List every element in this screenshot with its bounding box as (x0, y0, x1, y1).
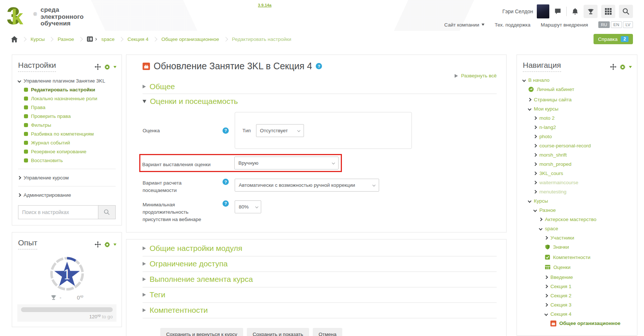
settings-tree-item[interactable]: Локально назначенные роли (24, 94, 116, 103)
navigation-tree-item[interactable]: Секция 2 (523, 291, 632, 300)
block-menu-caret-icon[interactable] (113, 244, 116, 246)
move-block-icon[interactable] (610, 64, 616, 70)
navigation-tree-item[interactable]: Актерское мастерство (523, 215, 632, 224)
navigation-tree-item[interactable]: morsh_shrift (523, 150, 632, 160)
apps-grid-button[interactable] (601, 5, 615, 18)
navigation-tree-item[interactable]: Секция 3 (523, 300, 632, 309)
settings-search-input[interactable] (18, 205, 98, 219)
logo[interactable]: 3k ® среда электронного обучения (7, 3, 84, 31)
navigation-tree-item[interactable]: waitermaincourse (523, 178, 632, 187)
move-block-icon[interactable] (95, 64, 101, 70)
home-icon[interactable] (11, 36, 18, 42)
language-button[interactable]: RU (598, 21, 610, 28)
collapsed-section-row[interactable]: Теги (143, 287, 497, 303)
version-link[interactable]: 3.9.14a (258, 3, 272, 31)
settings-group-administration[interactable]: Администрирование (18, 190, 116, 199)
triangle-right-icon (143, 85, 146, 88)
settings-tree-item[interactable]: Проверить права (24, 112, 116, 120)
user-name[interactable]: Гэри Селдон (502, 8, 533, 14)
section-grades-attendance[interactable]: Оценки и посещаемость (143, 94, 497, 108)
settings-group-plugin[interactable]: Управление плагином Занятие 3KL (18, 76, 116, 85)
language-button[interactable]: EN (611, 21, 622, 28)
help-icon[interactable]: ? (223, 200, 229, 207)
form-button[interactable]: Сохранить и показать (247, 328, 309, 336)
breadcrumb-link[interactable]: Курсы (31, 36, 45, 42)
navigation-tree-item[interactable]: Участники (523, 233, 632, 242)
navigation-tree-item[interactable]: morsh_proped (523, 160, 632, 169)
navigation-tree-item[interactable]: course-personal-record (523, 141, 632, 150)
block-menu-caret-icon[interactable] (113, 66, 116, 68)
breadcrumb-link[interactable]: Секция 4 (127, 36, 148, 42)
move-block-icon[interactable] (95, 241, 101, 248)
navigation-tree-item[interactable]: n-lang2 (523, 123, 632, 132)
implementation-route-link[interactable]: Маршрут внедрения (541, 22, 588, 28)
min-duration-select[interactable]: 80% (235, 200, 261, 213)
navigation-tree-item[interactable]: Введение (523, 273, 632, 282)
settings-tree-item[interactable]: Резервное копирование (24, 147, 116, 156)
collapsed-section-row[interactable]: Выполнение элемента курса (143, 272, 497, 287)
breadcrumb-link[interactable]: Редактировать настройки (232, 36, 291, 42)
settings-tree-item[interactable]: Журнал событий (24, 138, 116, 147)
language-button[interactable]: LV (623, 21, 633, 28)
help-icon[interactable]: ? (223, 179, 229, 185)
collapsed-section-row[interactable]: Ограничение доступа (143, 256, 497, 272)
search-button[interactable] (619, 5, 633, 18)
gear-icon[interactable] (104, 242, 110, 248)
logo-text: среда электронного обучения (41, 7, 84, 27)
navigation-tree-item[interactable]: Значки (523, 242, 632, 253)
breadcrumb-link[interactable]: space (101, 36, 115, 42)
navigation-tree-item[interactable]: space (523, 224, 632, 233)
navigation-tree-item[interactable]: photo (523, 132, 632, 141)
navigation-tree-item[interactable]: Общее организационное (523, 319, 632, 329)
block-menu-caret-icon[interactable] (629, 66, 632, 68)
breadcrumb-item: Редактировать настройки (224, 36, 291, 42)
help-icon[interactable]: ? (223, 127, 229, 134)
settings-tree-item[interactable]: Фильтры (24, 120, 116, 129)
section-general[interactable]: Общее (143, 79, 497, 94)
help-button[interactable]: Справка 2 (594, 34, 633, 44)
settings-block: Настройки Управление плагином Занятие 3K… (12, 55, 122, 225)
navigation-tree-item[interactable]: Оценки (523, 263, 632, 273)
gear-icon[interactable] (620, 64, 626, 70)
grade-type-select[interactable]: Отсутствует (256, 124, 304, 137)
collapsed-section-row[interactable]: Компетентности (143, 303, 497, 318)
breadcrumb-link[interactable]: Общее организационное (161, 36, 219, 42)
navigation-tree-item[interactable]: moto 2 (523, 113, 632, 123)
form-button[interactable]: Отмена (313, 328, 342, 336)
chevron-right-icon (533, 190, 537, 193)
settings-tree-item[interactable]: Восстановить (24, 156, 116, 165)
tech-support-link[interactable]: Тех. поддержка (495, 22, 531, 28)
settings-tree-item[interactable]: Редактировать настройки (24, 85, 116, 94)
navigation-tree-item[interactable]: Личный кабинет (523, 85, 632, 95)
form-button[interactable]: Сохранить и вернуться к курсу (160, 328, 243, 336)
gear-icon[interactable] (104, 64, 110, 70)
navigation-tree-item[interactable]: menutesting (523, 187, 632, 196)
breadcrumb-item: Общее организационное (153, 36, 219, 42)
navigation-tree-item[interactable]: Курсы (523, 196, 632, 206)
grading-option-select[interactable]: Вручную (234, 157, 339, 169)
messages-icon[interactable] (553, 5, 563, 18)
navigation-tree-item[interactable]: Секция 1 (523, 282, 632, 291)
attendance-calc-select[interactable]: Автоматически с возможностью ручной корр… (235, 179, 379, 192)
navigation-tree-item[interactable]: Компетентности (523, 253, 632, 263)
navigation-tree-item[interactable]: Разное (523, 206, 632, 215)
collapsed-section-row[interactable]: Общие настройки модуля (143, 241, 497, 256)
breadcrumb-link[interactable]: Разное (57, 36, 74, 42)
navigation-tree-item[interactable]: 3KL_cours (523, 169, 632, 178)
navigation-tree-item[interactable]: Мои курсы (523, 104, 632, 113)
navigation-tree-item[interactable]: В начало (523, 76, 632, 85)
notifications-bell-icon[interactable] (570, 5, 580, 18)
settings-tree-item[interactable]: Права (24, 103, 116, 112)
navigation-tree-item[interactable]: Секция 4 (523, 309, 632, 319)
navigation-tree-item[interactable]: Страницы сайта (523, 95, 632, 104)
user-avatar[interactable] (537, 4, 549, 18)
category-grid-icon[interactable] (87, 36, 97, 42)
company-site-link[interactable]: Сайт компании (444, 22, 484, 28)
expand-all-link[interactable]: Развернуть всё (461, 73, 497, 78)
square-bullet-icon (24, 114, 28, 118)
settings-search-submit[interactable] (98, 205, 116, 219)
title-help-icon[interactable]: ? (316, 63, 322, 69)
settings-group-course-management[interactable]: Управление курсом (18, 173, 116, 182)
settings-tree-item[interactable]: Разбивка по компетенциям (24, 129, 116, 138)
achievements-trophy-button[interactable] (584, 5, 598, 18)
